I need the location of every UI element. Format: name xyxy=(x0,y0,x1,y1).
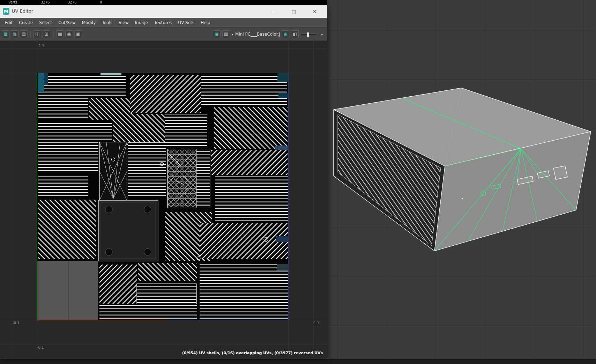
maya-icon: M xyxy=(3,8,9,15)
uv-checker-display-icon[interactable]: ▤ xyxy=(20,30,28,38)
toolbar-left-icons: ▦▥▤◫⊞▩◉▣ xyxy=(2,30,82,38)
uv-distortion-display-icon[interactable]: ▥ xyxy=(11,30,18,38)
menu-image[interactable]: Image xyxy=(132,18,151,27)
verts-count-total: 3276 xyxy=(41,0,50,5)
uv-snapshot-icon[interactable]: ▣ xyxy=(74,30,82,38)
menu-edit[interactable]: Edit xyxy=(1,18,16,27)
window-titlebar[interactable]: M UV Editor – □ × xyxy=(0,5,327,18)
pixel-snap-icon[interactable]: ▩ xyxy=(56,30,64,38)
texture-blend-icon[interactable]: ◧ xyxy=(291,30,299,38)
texture-right-icons: ◉◧ xyxy=(282,30,299,38)
menu-create[interactable]: Create xyxy=(16,18,36,27)
menu-uv-sets[interactable]: UV Sets xyxy=(175,18,198,27)
minimize-button[interactable]: – xyxy=(269,7,278,16)
polycount-hud: Verts: 3276 3276 0 xyxy=(0,0,327,5)
texture-controls: ▣ ▦ ▾ Mini PC___BaseColor.j ◉◧ » xyxy=(213,30,322,38)
uv-statistics: (0/954) UV shells, (0/16) overlapping UV… xyxy=(182,351,323,355)
frame-selected-icon[interactable]: ⊞ xyxy=(43,30,50,38)
screen: { "hud": { "verts_label": "Verts:", "cou… xyxy=(0,0,596,364)
verts-count-visible: 3276 xyxy=(68,0,76,5)
menu-help[interactable]: Help xyxy=(198,18,213,27)
svg-text:1.1: 1.1 xyxy=(314,321,319,325)
menu-select[interactable]: Select xyxy=(36,18,55,27)
uv-canvas-render[interactable]: 1.1-0.11.1-0.1 xyxy=(0,41,327,358)
texture-select-arrow[interactable]: ▾ xyxy=(232,32,233,36)
maximize-button[interactable]: □ xyxy=(290,7,298,16)
svg-text:1.1: 1.1 xyxy=(39,44,44,48)
texture-image-icon[interactable]: ▣ xyxy=(213,30,221,38)
slider-handle[interactable] xyxy=(307,32,309,37)
svg-text:-0.1: -0.1 xyxy=(13,321,20,325)
toolbar-overflow-chevron[interactable]: » xyxy=(320,32,322,37)
menu-textures[interactable]: Textures xyxy=(151,18,175,27)
texture-name[interactable]: Mini PC___BaseColor.j xyxy=(235,32,280,37)
svg-text:-0.1: -0.1 xyxy=(37,346,44,349)
uv-texture-layout xyxy=(37,73,288,320)
texture-checker-icon[interactable]: ▦ xyxy=(222,30,230,38)
verts-label: Verts: xyxy=(8,0,18,5)
uv-editor-window: M UV Editor – □ × EditCreateSelectCut/Se… xyxy=(0,5,327,358)
close-button[interactable]: × xyxy=(311,7,319,16)
uv-textured-display-icon[interactable]: ▦ xyxy=(2,30,9,38)
menu-modify[interactable]: Modify xyxy=(79,18,99,27)
uv-toolbar: ▦▥▤◫⊞▩◉▣ ▣ ▦ ▾ Mini PC___BaseColor.j ◉◧ … xyxy=(0,27,327,41)
timeline-bar xyxy=(0,359,596,364)
texture-ring-icon[interactable]: ◉ xyxy=(282,30,289,38)
verts-count-selected: 0 xyxy=(100,0,102,5)
toolbar-separator xyxy=(30,31,31,38)
menu-view[interactable]: View xyxy=(116,18,132,27)
toolbar-separator xyxy=(53,31,53,38)
menu-cut-sew[interactable]: Cut/Sew xyxy=(55,18,79,27)
uv-canvas[interactable]: 1.1-0.11.1-0.1 (0/954) UV shells, (0/16)… xyxy=(0,41,327,358)
frame-all-icon[interactable]: ◫ xyxy=(33,30,41,38)
texture-dim-slider[interactable] xyxy=(300,34,317,35)
window-title: UV Editor xyxy=(12,8,33,14)
isolate-select-icon[interactable]: ◉ xyxy=(65,30,73,38)
menu-tools[interactable]: Tools xyxy=(99,18,116,27)
menu-bar: EditCreateSelectCut/SewModifyToolsViewIm… xyxy=(0,18,327,27)
